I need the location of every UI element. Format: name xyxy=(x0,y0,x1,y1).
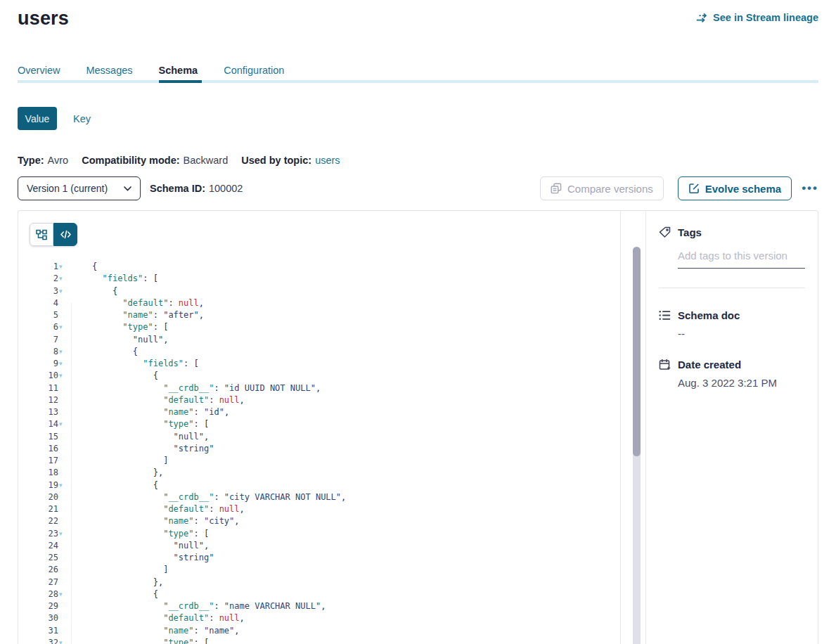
more-options-button[interactable]: ••• xyxy=(802,185,818,192)
line-number-gutter: 7 xyxy=(18,334,71,346)
tab-messages[interactable]: Messages xyxy=(86,65,136,83)
fold-arrow-icon[interactable]: ▾ xyxy=(59,346,63,358)
code-editor[interactable]: 1▾{2▾ "fields": [3▾ {4 "default": null,5… xyxy=(18,261,620,644)
code-line-text: "null", xyxy=(71,431,209,443)
code-line-text: "fields": [ xyxy=(71,358,199,370)
code-line-text: "null", xyxy=(71,540,209,552)
value-toggle-button[interactable]: Value xyxy=(18,107,57,130)
compare-versions-button[interactable]: Compare versions xyxy=(540,176,664,200)
line-number: 11 xyxy=(18,382,71,394)
line-number: 12 xyxy=(18,394,71,406)
code-line: 6▾ "type": [ xyxy=(18,321,620,333)
code-view-button[interactable] xyxy=(53,223,77,246)
code-line: 21 "default": null, xyxy=(18,503,620,515)
line-number: 6 xyxy=(18,321,71,333)
code-line-text: ] xyxy=(71,564,168,576)
fold-arrow-icon[interactable]: ▾ xyxy=(59,261,63,273)
code-line-text: { xyxy=(71,479,158,491)
line-number-gutter: 18 xyxy=(18,467,71,479)
schema-id-label: Schema ID: xyxy=(150,183,205,194)
code-line: 24 "null", xyxy=(18,540,620,552)
line-number-gutter: 28▾ xyxy=(18,588,71,600)
topic-link[interactable]: users xyxy=(315,155,340,166)
version-select[interactable]: Version 1 (current) xyxy=(18,176,141,200)
used-by-topic-label: Used by topic: xyxy=(241,155,311,166)
schema-page: users See in Stream lineage Overview Mes… xyxy=(0,0,836,644)
fold-arrow-icon[interactable]: ▾ xyxy=(59,358,63,370)
fold-arrow-icon[interactable]: ▾ xyxy=(59,285,63,297)
line-number-gutter: 32▾ xyxy=(18,637,71,644)
code-line: 25 "string" xyxy=(18,552,620,564)
line-number-gutter: 27 xyxy=(18,577,71,588)
line-number-gutter: 16 xyxy=(18,443,71,455)
see-in-stream-lineage-link[interactable]: See in Stream lineage xyxy=(696,12,818,23)
add-tags-input[interactable] xyxy=(678,250,805,269)
tab-schema[interactable]: Schema xyxy=(159,65,202,83)
tree-view-button[interactable] xyxy=(30,223,53,246)
line-number-gutter: 20 xyxy=(18,491,71,503)
page-header: users See in Stream lineage xyxy=(18,0,818,30)
line-number: 10 xyxy=(18,370,71,382)
line-number: 23 xyxy=(18,528,71,540)
fold-arrow-icon[interactable]: ▾ xyxy=(59,418,63,430)
code-line: 17 ] xyxy=(18,455,620,467)
version-bar: Version 1 (current) Schema ID:100002 Com… xyxy=(18,176,818,200)
code-line: 29 "__crdb__": "name VARCHAR NULL", xyxy=(18,600,620,612)
evolve-schema-button[interactable]: Evolve schema xyxy=(678,176,792,200)
line-number: 15 xyxy=(18,431,71,443)
line-number: 9 xyxy=(18,358,71,370)
stream-lineage-icon xyxy=(696,13,708,23)
schema-panel: 1▾{2▾ "fields": [3▾ {4 "default": null,5… xyxy=(18,210,818,644)
code-line-text: "null", xyxy=(71,334,168,346)
code-line-text: "string" xyxy=(71,443,214,455)
line-number: 26 xyxy=(18,564,71,576)
code-line: 30 "default": null, xyxy=(18,612,620,624)
line-number: 31 xyxy=(18,625,71,637)
line-number: 27 xyxy=(18,577,71,588)
fold-arrow-icon[interactable]: ▾ xyxy=(59,479,63,491)
fold-arrow-icon[interactable]: ▾ xyxy=(59,321,63,333)
value-key-toggle: Value Key xyxy=(18,107,818,130)
fold-arrow-icon[interactable]: ▾ xyxy=(59,637,63,644)
code-line-text: "type": [ xyxy=(71,528,209,540)
line-number-gutter: 24 xyxy=(18,540,71,552)
line-number-gutter: 14▾ xyxy=(18,418,71,430)
tab-overview[interactable]: Overview xyxy=(18,65,64,83)
tab-configuration[interactable]: Configuration xyxy=(224,65,288,83)
code-line: 13 "name": "id", xyxy=(18,406,620,418)
code-line-text: "__crdb__": "id UUID NOT NULL", xyxy=(71,382,321,394)
edit-icon xyxy=(688,183,700,194)
code-line-text: "type": [ xyxy=(71,637,209,644)
line-number: 5 xyxy=(18,309,71,321)
code-line: 10▾ { xyxy=(18,370,620,382)
code-line-text: "type": [ xyxy=(71,418,209,430)
line-number-gutter: 11 xyxy=(18,382,71,394)
code-line: 26 ] xyxy=(18,564,620,576)
fold-arrow-icon[interactable]: ▾ xyxy=(59,273,63,285)
code-line: 5 "name": "after", xyxy=(18,309,620,321)
fold-arrow-icon[interactable]: ▾ xyxy=(59,370,63,382)
code-line: 12 "default": null, xyxy=(18,394,620,406)
line-number-gutter: 31 xyxy=(18,625,71,637)
line-number-gutter: 19▾ xyxy=(18,479,71,491)
tag-icon xyxy=(659,226,671,238)
scrollbar-thumb[interactable] xyxy=(633,247,641,456)
code-line-text: "fields": [ xyxy=(71,273,158,285)
code-line-text: { xyxy=(71,588,158,600)
fold-arrow-icon[interactable]: ▾ xyxy=(59,588,63,600)
fold-arrow-icon[interactable]: ▾ xyxy=(59,528,63,540)
editor-toolbar xyxy=(18,211,620,246)
line-number: 21 xyxy=(18,503,71,515)
line-number-gutter: 13 xyxy=(18,406,71,418)
key-toggle-button[interactable]: Key xyxy=(73,113,91,124)
line-number: 17 xyxy=(18,455,71,467)
code-line-text: ] xyxy=(71,455,168,467)
type-value: Avro xyxy=(48,155,69,166)
code-line: 31 "name": "name", xyxy=(18,625,620,637)
code-line: 1▾{ xyxy=(18,261,620,273)
line-number-gutter: 8▾ xyxy=(18,346,71,358)
code-line-text: { xyxy=(71,261,97,273)
sidebar-divider xyxy=(659,288,805,288)
line-number: 20 xyxy=(18,491,71,503)
line-number-gutter: 9▾ xyxy=(18,358,71,370)
